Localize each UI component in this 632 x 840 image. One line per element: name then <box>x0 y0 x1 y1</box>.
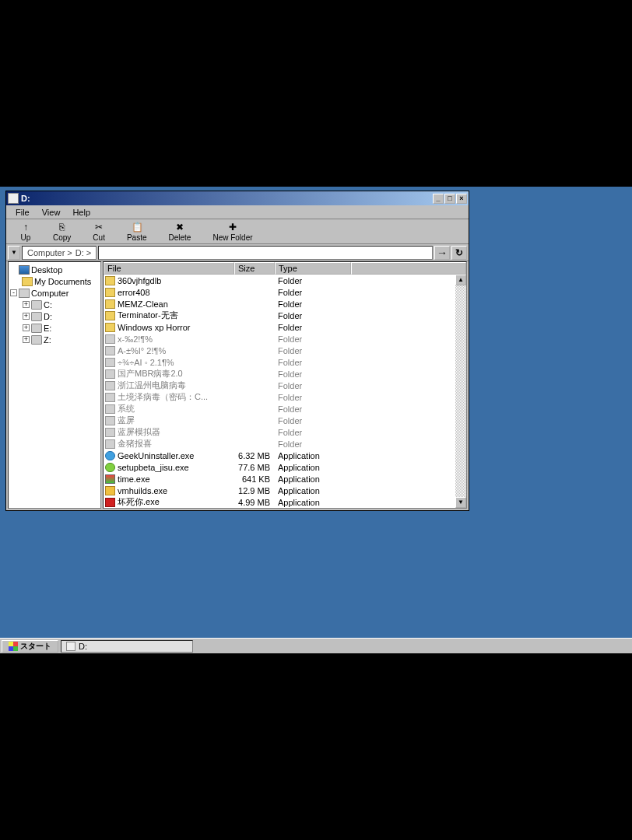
tree-computer[interactable]: - Computer <box>10 287 99 299</box>
refresh-button[interactable]: ↻ <box>451 246 467 260</box>
file-type: Application <box>275 474 351 484</box>
file-name: 360vjhfgdlb <box>118 276 161 285</box>
address-dropdown-button[interactable]: ▼ <box>8 246 20 260</box>
list-row[interactable]: vmhuilds.exe12.9 MBApplication <box>104 485 466 496</box>
column-type[interactable]: Type <box>275 262 351 275</box>
folder-icon <box>105 323 115 332</box>
file-type: Application <box>275 451 351 460</box>
breadcrumb-computer[interactable]: Computer > <box>26 248 74 257</box>
list-row[interactable]: MEMZ-CleanFolder <box>104 298 466 310</box>
column-spacer <box>351 262 466 275</box>
paste-button[interactable]: 📋 Paste <box>116 221 158 243</box>
list-row[interactable]: 蓝屏模拟器Folder <box>104 426 466 438</box>
delete-icon: ✖ <box>174 222 185 233</box>
delete-button[interactable]: ✖ Delete <box>158 221 202 243</box>
explorer-icon <box>66 642 75 651</box>
cut-button[interactable]: ✂ Cut <box>82 221 116 243</box>
list-row[interactable]: Terminator-无害Folder <box>104 310 466 321</box>
computer-icon <box>19 289 30 298</box>
address-input[interactable] <box>98 246 433 260</box>
menu-file[interactable]: File <box>9 206 36 219</box>
file-type: Folder <box>275 288 351 297</box>
file-name: setupbeta_jisu.exe <box>118 463 189 472</box>
file-type: Folder <box>275 393 351 402</box>
list-row[interactable]: 国产MBR病毒2.0Folder <box>104 368 466 380</box>
expand-icon[interactable]: + <box>23 324 30 331</box>
list-body: 360vjhfgdlbFoldererror408FolderMEMZ-Clea… <box>104 275 466 508</box>
list-row[interactable]: 浙江温州电脑病毒Folder <box>104 380 466 391</box>
application-icon <box>105 474 115 484</box>
tree-drive-z[interactable]: + Z: <box>10 334 99 345</box>
tree-mydocuments[interactable]: My Documents <box>10 275 99 287</box>
list-row[interactable]: 蓝屏Folder <box>104 415 466 426</box>
windows-logo-icon <box>9 642 18 651</box>
file-name: A-±%I° 2!¶% <box>118 346 166 355</box>
tree-drive-d[interactable]: + D: <box>10 310 99 322</box>
file-name: time.exe <box>118 474 150 484</box>
vertical-scrollbar[interactable]: ▲ ▼ <box>455 275 466 508</box>
expand-icon[interactable]: + <box>23 336 30 343</box>
start-button[interactable]: スタート <box>2 640 58 653</box>
expand-icon[interactable]: + <box>23 313 30 320</box>
file-name: ÷¾÷AI ◦ 2.1¶% <box>118 358 174 367</box>
tree-drive-e[interactable]: + E: <box>10 322 99 334</box>
menu-help[interactable]: Help <box>66 206 97 219</box>
column-size[interactable]: Size <box>234 262 275 275</box>
folder-icon <box>105 381 115 390</box>
folder-tree: Desktop My Documents - Computer + C: + D… <box>8 261 101 509</box>
list-row[interactable]: error408Folder <box>104 286 466 298</box>
copy-button[interactable]: ⎘ Copy <box>42 221 82 243</box>
column-file[interactable]: File <box>104 262 234 275</box>
scroll-down-button[interactable]: ▼ <box>455 497 466 508</box>
taskbar-item-label: D: <box>79 642 87 651</box>
start-label: スタート <box>20 641 51 652</box>
minimize-button[interactable]: _ <box>433 194 444 204</box>
list-row[interactable]: 360vjhfgdlbFolder <box>104 275 466 286</box>
application-icon <box>105 463 115 472</box>
go-button[interactable]: → <box>434 246 450 260</box>
application-icon <box>105 451 115 460</box>
breadcrumb-d[interactable]: D: > <box>74 248 93 257</box>
maximize-button[interactable]: □ <box>444 194 455 204</box>
folder-icon <box>105 299 115 309</box>
scroll-up-button[interactable]: ▲ <box>455 275 466 285</box>
list-row[interactable]: setupbeta_jisu.exe77.6 MBApplication <box>104 461 466 473</box>
list-row[interactable]: 土境泽病毒（密码：C...Folder <box>104 391 466 403</box>
file-type: Application <box>275 486 351 495</box>
list-row[interactable]: time.exe641 KBApplication <box>104 473 466 485</box>
file-type: Folder <box>275 369 351 379</box>
file-name: Windows xp Horror <box>118 323 191 332</box>
list-row[interactable]: 坏死你.exe4.99 MBApplication <box>104 496 466 508</box>
file-name: x-‰2!¶% <box>118 334 153 344</box>
tree-desktop[interactable]: Desktop <box>10 264 99 275</box>
taskbar-item-d-drive[interactable]: D: <box>61 640 193 653</box>
expand-icon[interactable]: + <box>23 301 30 308</box>
file-name: error408 <box>118 288 150 297</box>
desktop-icon <box>19 265 30 275</box>
list-row[interactable]: Windows xp HorrorFolder <box>104 321 466 333</box>
new-folder-button[interactable]: ✚ New Folder <box>202 221 263 243</box>
list-row[interactable]: 金猪报喜Folder <box>104 438 466 450</box>
folder-icon <box>105 276 115 285</box>
titlebar[interactable]: D: _ □ × <box>6 191 469 205</box>
breadcrumb[interactable]: Computer > D: > <box>22 246 97 260</box>
up-button[interactable]: ↑ Up <box>9 221 42 243</box>
folder-icon <box>105 428 115 437</box>
window-title: D: <box>21 194 433 203</box>
folder-icon <box>105 393 115 402</box>
close-button[interactable]: × <box>456 194 467 204</box>
taskbar: スタート D: <box>0 638 632 653</box>
tree-drive-c[interactable]: + C: <box>10 299 99 310</box>
menu-view[interactable]: View <box>36 206 67 219</box>
file-name: 系统 <box>118 403 135 415</box>
list-row[interactable]: 系统Folder <box>104 403 466 415</box>
file-type: Folder <box>275 311 351 320</box>
list-row[interactable]: A-±%I° 2!¶%Folder <box>104 345 466 356</box>
up-arrow-icon: ↑ <box>20 222 31 233</box>
file-name: 坏死你.exe <box>118 496 160 508</box>
list-row[interactable]: x-‰2!¶%Folder <box>104 333 466 345</box>
scroll-track[interactable] <box>455 285 466 497</box>
list-row[interactable]: ÷¾÷AI ◦ 2.1¶%Folder <box>104 356 466 368</box>
collapse-icon[interactable]: - <box>10 289 17 296</box>
list-row[interactable]: GeekUninstaller.exe6.32 MBApplication <box>104 450 466 461</box>
